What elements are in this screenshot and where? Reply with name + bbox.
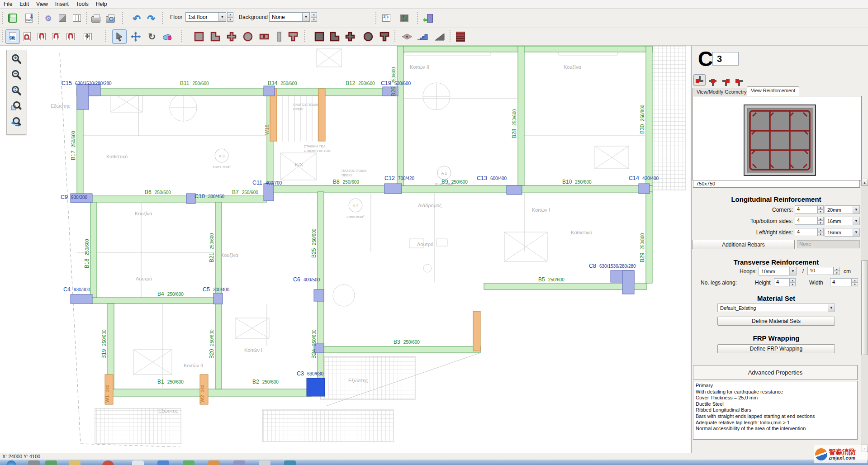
menu-view[interactable]: View — [33, 0, 52, 8]
chevron-down-icon[interactable]: ▼ — [828, 304, 835, 312]
zoom-previous-button[interactable] — [9, 114, 24, 129]
material-set-select[interactable]: Default_Existing▼ — [717, 304, 835, 312]
redo-button[interactable]: ↷ — [144, 11, 158, 25]
panel-scrollbar[interactable]: ▲ ▼ — [861, 179, 868, 452]
tables-button[interactable] — [70, 11, 84, 25]
snap-color-grid-button[interactable] — [34, 29, 49, 44]
define-material-sets-button[interactable]: Define Material Sets — [717, 317, 835, 326]
snap-dwg-toggle-button[interactable]: DWG — [5, 29, 20, 44]
floor-plan-canvas[interactable]: C15630/1530/280/280C19530/600C9930/300C1… — [0, 46, 691, 453]
snap-grid-button[interactable] — [49, 29, 63, 44]
print-preview-button[interactable] — [103, 11, 118, 25]
menu-insert[interactable]: Insert — [52, 0, 72, 8]
floor-select[interactable]: 1st floor ▼ — [185, 12, 226, 22]
hoops-spacing-spinner[interactable]: ▲▼ — [834, 267, 840, 275]
slab-button[interactable] — [400, 29, 414, 44]
floor-spinner[interactable]: ▲▼ — [227, 12, 233, 22]
corners-count-input[interactable]: 4 — [795, 205, 817, 214]
tab-view-reinforcement[interactable]: View Reinforcement — [747, 86, 799, 96]
top-bottom-spinner[interactable]: ▲▼ — [817, 217, 824, 225]
column-position-right-button[interactable] — [733, 74, 745, 86]
column-T-section-button[interactable] — [286, 29, 300, 44]
taskbar-icon[interactable] — [259, 460, 270, 465]
menu-help[interactable]: Help — [92, 0, 111, 8]
save-button[interactable] — [5, 11, 20, 25]
start-button[interactable] — [6, 460, 16, 465]
rotate-tool-button[interactable]: ↻ — [145, 29, 159, 44]
taskbar-icon[interactable] — [102, 460, 114, 465]
undo-button[interactable]: ↶ — [129, 11, 144, 25]
building-3d-button[interactable] — [453, 29, 468, 44]
settings-button[interactable]: ⚙ — [41, 11, 55, 25]
left-right-diameter-select[interactable]: 16mm▼ — [825, 228, 860, 237]
chevron-down-icon[interactable]: ▼ — [853, 217, 859, 225]
zoom-extents-button[interactable] — [9, 83, 24, 98]
existing-cross-section-button[interactable] — [343, 29, 357, 44]
existing-L-section-button[interactable] — [327, 29, 342, 44]
advanced-properties-button[interactable]: Advanced Properties — [693, 365, 858, 380]
taskbar-icon[interactable] — [183, 460, 194, 465]
renumber-entities-button[interactable]: 1²₃ — [379, 11, 394, 25]
existing-square-section-button[interactable] — [312, 29, 327, 44]
left-right-spinner[interactable]: ▲▼ — [817, 228, 824, 236]
background-select[interactable]: None ▼ — [269, 12, 310, 22]
taskbar-icon[interactable] — [28, 460, 40, 465]
section-size-field[interactable]: 750x750 — [693, 180, 860, 188]
zoom-in-button[interactable] — [9, 51, 24, 66]
print-button[interactable] — [89, 11, 103, 25]
menu-file[interactable]: File — [0, 0, 16, 8]
top-bottom-count-input[interactable]: 4 — [795, 217, 817, 225]
windows-taskbar[interactable] — [0, 460, 868, 465]
vertical-wall-button[interactable] — [272, 29, 287, 44]
scroll-up-icon[interactable]: ▲ — [861, 179, 868, 186]
legs-height-spinner[interactable]: ▲▼ — [789, 278, 796, 286]
corners-spinner[interactable]: ▲▼ — [817, 205, 824, 214]
legs-width-spinner[interactable]: ▲▼ — [852, 278, 858, 286]
wall-section-button[interactable] — [257, 29, 271, 44]
hoops-spacing-input[interactable]: 10 — [807, 267, 834, 275]
hoops-diameter-select[interactable]: 10mm▼ — [759, 267, 797, 275]
column-circle-section-button[interactable] — [241, 29, 255, 44]
corners-diameter-select[interactable]: 20mm▼ — [825, 205, 860, 214]
top-bottom-diameter-select[interactable]: 16mm▼ — [825, 217, 860, 225]
snap-member-button[interactable] — [63, 29, 78, 44]
left-right-count-input[interactable]: 4 — [795, 228, 817, 236]
menu-edit[interactable]: Edit — [16, 0, 33, 8]
define-frp-wrapping-button[interactable]: Define FRP Wrapping — [717, 344, 835, 353]
additional-rebars-button[interactable]: Additional Rebars — [692, 240, 795, 249]
scrollbar-thumb[interactable] — [861, 260, 868, 355]
selected-column-c3[interactable] — [307, 378, 325, 396]
taskbar-icon[interactable] — [208, 460, 220, 465]
taskbar-icon[interactable] — [45, 460, 57, 465]
select-tool-button[interactable] — [112, 29, 127, 44]
taskbar-icon[interactable] — [157, 460, 169, 465]
existing-T-section-button[interactable] — [377, 29, 392, 44]
menu-tools[interactable]: Tools — [72, 0, 92, 8]
snap-dwg-button[interactable]: DWG — [20, 29, 34, 44]
ramp-button[interactable] — [432, 29, 447, 44]
column-number-input[interactable]: 3 — [712, 52, 739, 66]
view-3d-button[interactable] — [55, 11, 70, 25]
chevron-down-icon[interactable]: ▼ — [302, 13, 309, 21]
existing-circle-section-button[interactable] — [361, 29, 375, 44]
taskbar-icon[interactable] — [132, 460, 144, 465]
check-model-button[interactable]: ✔ — [397, 11, 412, 25]
taskbar-icon[interactable] — [284, 460, 296, 465]
background-spinner[interactable]: ▲▼ — [311, 12, 317, 22]
chevron-down-icon[interactable]: ▼ — [789, 267, 796, 275]
chevron-down-icon[interactable]: ▼ — [853, 206, 859, 214]
chevron-down-icon[interactable]: ▼ — [853, 228, 859, 236]
rotate-snap-tool-button[interactable] — [160, 29, 175, 44]
exit-button[interactable]: ⇦ — [422, 11, 437, 25]
tab-view-modify-geometry[interactable]: View/Modify Geometry — [693, 88, 750, 96]
column-square-section-button[interactable] — [192, 29, 206, 44]
import-dwg-button[interactable]: DWG⬇ — [22, 11, 36, 25]
taskbar-icon[interactable] — [233, 460, 245, 465]
chevron-down-icon[interactable]: ▼ — [218, 13, 226, 21]
grid-move-button[interactable]: ✣ — [81, 29, 95, 44]
column-L-section-button[interactable] — [208, 29, 223, 44]
taskbar-icon[interactable] — [69, 460, 81, 465]
move-tool-button[interactable] — [128, 29, 143, 44]
stairs-button[interactable] — [415, 29, 430, 44]
zoom-window-button[interactable] — [9, 99, 24, 114]
